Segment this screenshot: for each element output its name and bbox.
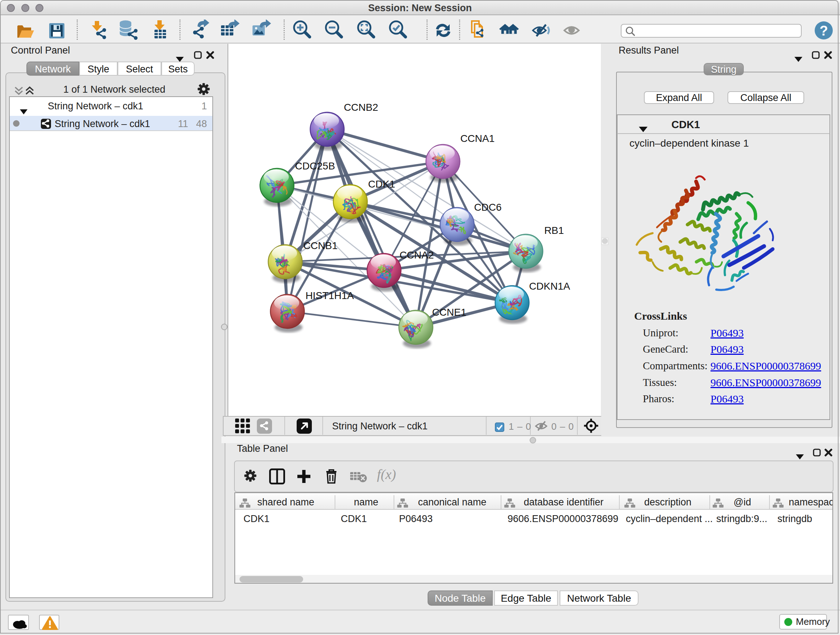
svg-text:CCNE1: CCNE1 bbox=[432, 307, 466, 318]
svg-text:CDK1: CDK1 bbox=[368, 179, 395, 190]
svg-text:CCNB2: CCNB2 bbox=[344, 102, 378, 113]
svg-text:CCNA1: CCNA1 bbox=[460, 133, 494, 144]
svg-text:CCNA2: CCNA2 bbox=[399, 249, 434, 261]
svg-text:?: ? bbox=[819, 23, 828, 38]
svg-text:CCNB1: CCNB1 bbox=[303, 240, 338, 251]
svg-text:HIST1H1A: HIST1H1A bbox=[305, 290, 354, 301]
svg-text:CDC25B: CDC25B bbox=[295, 160, 335, 172]
svg-text:RB1: RB1 bbox=[544, 225, 564, 236]
svg-text:CDKN1A: CDKN1A bbox=[529, 280, 570, 292]
svg-text:CDC6: CDC6 bbox=[474, 202, 501, 213]
